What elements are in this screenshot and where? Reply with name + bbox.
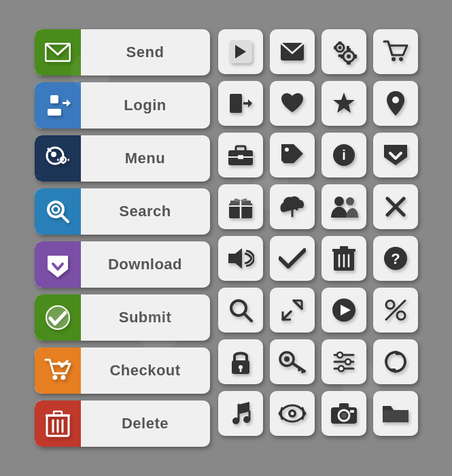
speaker-icon-button[interactable] [218, 236, 263, 281]
search-small-icon-button[interactable] [218, 288, 263, 333]
svg-point-19 [60, 375, 65, 380]
refresh-icon-button[interactable] [373, 339, 418, 384]
login-label: Login [81, 97, 210, 114]
svg-point-84 [397, 311, 405, 320]
eye-icon-button[interactable] [270, 391, 315, 436]
login-button[interactable]: Login [35, 82, 210, 129]
search-icon-bg [35, 188, 81, 235]
logout-icon-button[interactable] [218, 81, 263, 126]
svg-marker-45 [248, 99, 252, 107]
svg-point-9 [62, 159, 64, 161]
lock-icon-button[interactable] [218, 339, 263, 384]
menu-icon-bg [35, 135, 81, 182]
button-column: Send Login [35, 29, 210, 447]
close-icon-button[interactable] [373, 184, 418, 229]
folder-icon-button[interactable] [373, 391, 418, 436]
icon-row-2 [218, 81, 418, 126]
svg-point-99 [338, 366, 344, 371]
delete-icon-bg [35, 401, 81, 447]
icon-grid: i [218, 29, 418, 447]
send-button[interactable]: Send [35, 29, 210, 75]
svg-point-18 [52, 375, 57, 380]
svg-point-90 [284, 356, 290, 362]
icon-row-6 [218, 288, 418, 333]
svg-point-15 [52, 206, 59, 213]
menu-label: Menu [81, 150, 210, 167]
checkout-label: Checkout [81, 362, 210, 379]
delete-button[interactable]: Delete [35, 401, 210, 447]
heart-icon-button[interactable] [270, 81, 315, 126]
svg-point-87 [239, 365, 243, 369]
sliders-icon-button[interactable] [321, 339, 366, 384]
search-button[interactable]: Search [35, 188, 210, 235]
search-label: Search [81, 203, 210, 220]
download-button[interactable]: Download [35, 241, 210, 288]
send-label: Send [81, 44, 210, 61]
login-icon-bg [35, 82, 81, 129]
key-icon-button[interactable] [270, 339, 315, 384]
submit-icon-bg [35, 294, 81, 341]
checkout-icon-bg [35, 347, 81, 394]
download-icon-bg [35, 241, 81, 288]
arrow-right-icon-button[interactable] [218, 29, 263, 74]
cart-icon-button[interactable] [373, 29, 418, 74]
expand-icon-button[interactable] [270, 288, 315, 333]
percent-icon-button[interactable] [373, 288, 418, 333]
svg-marker-4 [67, 99, 71, 107]
camera-icon-button[interactable] [321, 391, 366, 436]
gift-icon-button[interactable] [218, 184, 263, 229]
svg-point-60 [334, 197, 344, 206]
tag-icon-button[interactable] [270, 133, 315, 177]
svg-point-105 [243, 416, 250, 423]
svg-point-47 [392, 97, 399, 103]
svg-rect-109 [339, 403, 349, 409]
svg-marker-64 [228, 248, 242, 269]
icon-row-8 [218, 391, 418, 436]
svg-marker-46 [333, 92, 355, 113]
svg-rect-40 [354, 54, 357, 58]
users-icon-button[interactable] [321, 184, 366, 229]
svg-line-85 [386, 301, 405, 320]
svg-rect-13 [67, 159, 69, 161]
svg-point-30 [338, 46, 341, 50]
icon-row-1 [218, 29, 418, 74]
svg-line-74 [244, 313, 251, 321]
trash-icon-button[interactable] [321, 236, 366, 281]
submit-button[interactable]: Submit [35, 294, 210, 341]
icon-row-7 [218, 339, 418, 384]
icon-row-4 [218, 184, 418, 229]
svg-rect-1 [50, 95, 58, 103]
svg-line-80 [283, 311, 291, 320]
delete-label: Delete [81, 415, 210, 432]
svg-rect-12 [57, 159, 59, 161]
svg-line-16 [61, 215, 68, 222]
svg-line-77 [294, 301, 302, 309]
settings-icon-button[interactable] [321, 29, 366, 74]
location-icon-button[interactable] [373, 81, 418, 126]
pocket-icon-button[interactable] [373, 133, 418, 177]
svg-rect-39 [341, 54, 343, 58]
play-icon-button[interactable] [321, 288, 366, 333]
svg-rect-67 [340, 246, 348, 250]
main-container: Send Login [22, 17, 430, 459]
music-icon-button[interactable] [218, 391, 263, 436]
briefcase-icon-button[interactable] [218, 133, 263, 177]
envelope-icon-button[interactable] [270, 29, 315, 74]
info-icon-button[interactable]: i [321, 133, 366, 177]
star-icon-button[interactable] [321, 81, 366, 126]
svg-rect-51 [238, 155, 243, 159]
check-icon-button[interactable] [270, 236, 315, 281]
svg-point-6 [51, 152, 56, 157]
menu-button[interactable]: Menu [35, 135, 210, 182]
svg-point-83 [386, 301, 394, 309]
send-icon-bg [35, 29, 81, 75]
svg-rect-43 [230, 94, 242, 113]
svg-rect-22 [54, 411, 62, 415]
svg-point-107 [290, 412, 294, 415]
svg-point-42 [399, 57, 403, 61]
checkout-button[interactable]: Checkout [35, 347, 210, 394]
svg-rect-37 [347, 48, 351, 51]
svg-rect-33 [334, 46, 336, 50]
cloud-upload-icon-button[interactable] [270, 184, 315, 229]
question-icon-button[interactable]: ? [373, 236, 418, 281]
